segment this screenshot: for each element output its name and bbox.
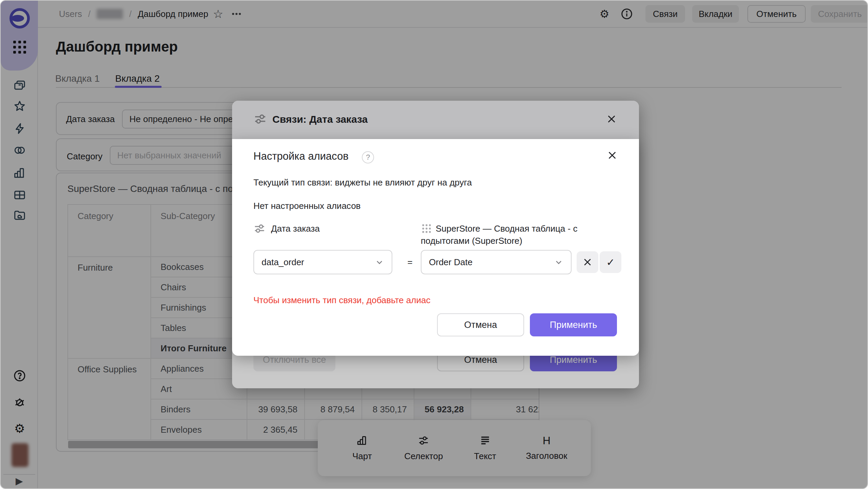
confirm-alias-button[interactable]: ✓ xyxy=(600,251,621,273)
left-field-select[interactable]: data_order xyxy=(253,250,392,274)
equals-sign: = xyxy=(402,250,417,274)
alias-cancel-button[interactable]: Отмена xyxy=(437,313,524,336)
right-widget-name: SuperStore — Сводная таблица - с подытог… xyxy=(421,223,577,246)
dataset-grid-icon xyxy=(421,223,432,234)
chevron-down-icon xyxy=(375,257,384,267)
left-widget-name: Дата заказа xyxy=(271,223,320,234)
check-icon: ✓ xyxy=(606,256,615,268)
alias-dialog-title: Настройка алиасов xyxy=(253,150,349,162)
left-field-value: data_order xyxy=(262,257,304,268)
selector-sliders-icon xyxy=(253,222,266,235)
current-link-type-text: Текущий тип связи: виджеты не влияют дру… xyxy=(253,177,472,188)
chevron-down-icon xyxy=(554,257,563,267)
left-widget-header: Дата заказа xyxy=(253,222,320,235)
alias-apply-button[interactable]: Применить xyxy=(530,313,617,336)
close-icon xyxy=(582,257,593,267)
alias-settings-dialog: Настройка алиасов ? Текущий тип связи: в… xyxy=(232,139,639,356)
remove-alias-button[interactable] xyxy=(577,251,598,273)
no-aliases-text: Нет настроенных алиасов xyxy=(253,201,360,211)
right-widget-header: SuperStore — Сводная таблица - с подытог… xyxy=(421,222,580,247)
close-icon[interactable] xyxy=(605,149,619,162)
right-field-value: Order Date xyxy=(429,257,473,268)
help-question-icon[interactable]: ? xyxy=(362,151,374,163)
right-field-select[interactable]: Order Date xyxy=(421,250,572,274)
alias-warning-text: Чтобы изменить тип связи, добавьте алиас xyxy=(253,295,430,306)
app-window: Users / / Дашборд пример ☆ ⚙ Связи Вклад… xyxy=(0,0,868,489)
